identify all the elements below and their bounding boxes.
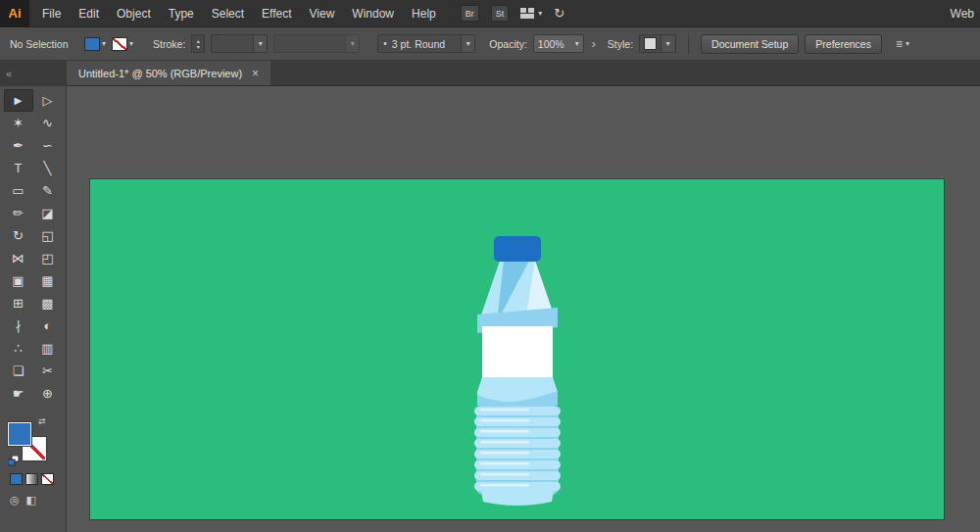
tool-mesh[interactable]: ⊞ [4,292,33,314]
tools-panel: « ►▷✶∿✒∽T╲▭✎✏◪↻◱⋈◰▣▦⊞▩∤◐∴▥❏✂☛⊕ ⇄ [0,61,67,532]
main-area: « ►▷✶∿✒∽T╲▭✎✏◪↻◱⋈◰▣▦⊞▩∤◐∴▥❏✂☛⊕ ⇄ [0,61,980,532]
document-tab-title: Untitled-1* @ 50% (RGB/Preview) [78,68,242,79]
document-area: Untitled-1* @ 50% (RGB/Preview) × [67,61,980,532]
tools-grid: ►▷✶∿✒∽T╲▭✎✏◪↻◱⋈◰▣▦⊞▩∤◐∴▥❏✂☛⊕ [0,86,66,405]
chevron-down-icon[interactable]: ▾ [461,35,474,52]
menu-select[interactable]: Select [203,7,253,21]
tool-magic-wand[interactable]: ✶ [4,112,33,134]
tool-rectangle[interactable]: ▭ [4,179,33,202]
selection-status: No Selection [10,38,78,50]
stroke-weight-stepper[interactable]: ▴ ▾ [191,34,205,53]
tool-slice[interactable]: ✂ [33,360,63,382]
tool-type[interactable]: T [4,157,33,179]
fill-swatch[interactable] [84,37,100,51]
tool-scale[interactable]: ◱ [33,224,63,247]
workspace-grid-icon [520,8,534,19]
document-tab[interactable]: Untitled-1* @ 50% (RGB/Preview) × [67,61,270,85]
tool-pencil[interactable]: ✏ [4,202,33,224]
draw-mode-buttons: ◎ ◧ [10,494,66,507]
app-logo[interactable]: Ai [0,0,29,27]
opacity-value: 100% [538,38,564,50]
color-button[interactable] [10,473,23,485]
chevron-down-icon[interactable]: ▾ [129,39,133,48]
tab-close-icon[interactable]: × [252,67,259,80]
stroke-label: Stroke: [153,38,185,50]
chevron-down-icon[interactable]: ▾ [345,35,359,52]
tool-rotate[interactable]: ↻ [4,224,33,247]
menu-edit[interactable]: Edit [70,7,108,21]
menu-file[interactable]: File [33,7,70,21]
tool-lasso[interactable]: ∿ [33,112,63,134]
align-options[interactable]: ≡ ▾ [896,37,909,51]
tool-column-graph[interactable]: ▥ [33,337,63,360]
tool-line-segment[interactable]: ╲ [33,157,63,179]
canvas[interactable] [67,86,980,532]
preferences-button[interactable]: Preferences [805,34,882,54]
menu-window[interactable]: Window [343,7,403,21]
chevron-down-icon[interactable]: ▾ [575,39,579,48]
tool-blend[interactable]: ◐ [33,314,63,337]
style-select[interactable]: ▾ [639,34,676,53]
fill-color-swatch[interactable] [8,422,31,446]
menu-bar: Ai FileEditObjectTypeSelectEffectViewWin… [0,0,980,27]
tool-eyedropper[interactable]: ∤ [4,314,33,337]
menu-type[interactable]: Type [160,7,203,21]
gradient-button[interactable] [25,473,38,485]
bridge-button[interactable]: Br [461,5,479,22]
tool-width[interactable]: ⋈ [4,247,33,269]
artboard[interactable] [90,179,944,519]
fill-stroke-control: ⇄ [8,416,55,463]
tool-shape-builder[interactable]: ▣ [4,269,33,292]
workspace-switcher[interactable]: ▾ [520,8,542,19]
document-setup-button[interactable]: Document Setup [701,34,799,54]
menu-help[interactable]: Help [403,7,445,21]
stroke-none-swatch[interactable] [112,37,127,51]
illustrator-window: Ai FileEditObjectTypeSelectEffectViewWin… [0,0,980,532]
tool-pen[interactable]: ✒ [4,134,33,157]
swap-fill-stroke-icon[interactable]: ⇄ [38,416,46,426]
appbar-icons: Br St ▾ ↻ [461,5,564,22]
st-button[interactable]: St [491,5,510,22]
app-logo-text: Ai [9,6,22,21]
chevron-down-icon[interactable]: ▾ [661,35,674,52]
opacity-input[interactable]: 100% ▾ [533,34,584,53]
tool-curvature[interactable]: ∽ [33,134,63,157]
tool-selection[interactable]: ► [4,89,33,112]
chevron-down-icon[interactable]: ▾ [102,39,106,48]
stroke-weight-select[interactable]: ▾ [211,34,268,53]
stroke-color-control[interactable]: ▾ [112,37,133,51]
tool-hand[interactable]: ☛ [4,382,33,405]
collapse-panel-icon[interactable]: « [0,61,66,86]
opacity-label: Opacity: [489,38,527,50]
chevron-down-icon[interactable]: ▾ [253,35,267,52]
sync-icon[interactable]: ↻ [554,6,564,21]
tool-artboard[interactable]: ❏ [4,360,33,382]
document-tab-bar: Untitled-1* @ 50% (RGB/Preview) × [67,61,980,86]
water-bottle-artwork[interactable] [470,232,564,510]
chevron-right-icon[interactable]: › [592,37,596,51]
tool-eraser[interactable]: ◪ [33,202,63,224]
default-colors-icon[interactable] [8,453,20,470]
draw-normal-icon[interactable]: ◎ [10,494,20,507]
tool-free-transform[interactable]: ◰ [33,247,63,269]
tool-zoom[interactable]: ⊕ [33,382,63,405]
tool-gradient[interactable]: ▩ [33,292,63,314]
tool-symbol-sprayer[interactable]: ∴ [4,337,33,360]
workspace-label[interactable]: Web [951,7,974,21]
chevron-down-icon: ▾ [538,9,542,18]
menu-effect[interactable]: Effect [253,7,300,21]
tool-direct-selection[interactable]: ▷ [33,89,63,112]
tool-paintbrush[interactable]: ✎ [33,179,63,202]
tool-perspective-grid[interactable]: ▦ [33,269,63,292]
screen-mode-icon[interactable]: ◧ [26,494,36,507]
fill-color-control[interactable]: ▾ [84,37,106,51]
control-bar: No Selection ▾ ▾ Stroke: ▴ ▾ ▾ ▾ • 3 pt.… [0,27,980,61]
menu-view[interactable]: View [301,7,344,21]
width-profile-select[interactable]: ▾ [273,34,360,53]
none-button[interactable] [41,473,54,485]
stepper-down-icon[interactable]: ▾ [197,44,200,50]
brush-definition-select[interactable]: • 3 pt. Round ▾ [377,34,475,53]
menu-object[interactable]: Object [108,7,160,21]
brush-definition-value: 3 pt. Round [387,38,461,50]
align-icon: ≡ [896,37,903,51]
